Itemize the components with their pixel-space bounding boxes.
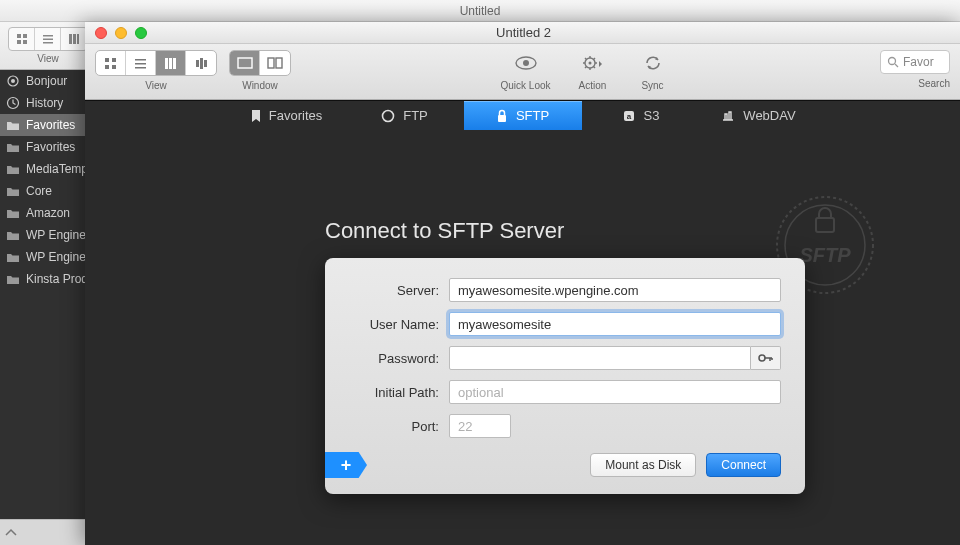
list-view-icon[interactable] bbox=[126, 51, 156, 75]
protocol-tabs: Favorites FTP SFTP aS3 WebDAV bbox=[85, 100, 960, 130]
minimize-window-button[interactable] bbox=[115, 27, 127, 39]
cube-icon: a bbox=[622, 109, 636, 123]
fg-toolbar: View Window Quick Look Action Sync bbox=[85, 44, 960, 100]
sidebar-item-label: History bbox=[26, 96, 63, 110]
sidebar-item-kinsta[interactable]: Kinsta Prod bbox=[0, 268, 85, 290]
svg-rect-24 bbox=[200, 58, 203, 69]
sync-label: Sync bbox=[641, 80, 663, 91]
tab-webdav[interactable]: WebDAV bbox=[700, 101, 818, 131]
content-area: SFTP Connect to SFTP Server Server: User… bbox=[85, 130, 960, 545]
svg-rect-18 bbox=[135, 63, 146, 65]
svg-point-11 bbox=[11, 79, 15, 83]
server-label: Server: bbox=[349, 283, 449, 298]
view-mode-group[interactable] bbox=[95, 50, 217, 76]
folder-icon bbox=[6, 229, 20, 241]
svg-line-42 bbox=[895, 64, 898, 67]
grid-view-icon[interactable] bbox=[96, 51, 126, 75]
sidebar-item-core[interactable]: Core bbox=[0, 180, 85, 202]
mount-as-disk-button[interactable]: Mount as Disk bbox=[590, 453, 696, 477]
sidebar-item-label: Amazon bbox=[26, 206, 70, 220]
tab-s3[interactable]: aS3 bbox=[582, 101, 700, 131]
svg-rect-28 bbox=[276, 58, 282, 68]
sidebar-item-mediatemp[interactable]: MediaTemp bbox=[0, 158, 85, 180]
svg-rect-44 bbox=[498, 115, 506, 122]
svg-rect-15 bbox=[105, 65, 109, 69]
chevron-up-icon[interactable] bbox=[4, 528, 18, 538]
initialpath-input[interactable] bbox=[449, 380, 781, 404]
action-button[interactable] bbox=[575, 50, 611, 76]
svg-text:SFTP: SFTP bbox=[799, 244, 851, 266]
window-toolbar-label: Window bbox=[242, 80, 278, 91]
window-mode-group[interactable] bbox=[229, 50, 291, 76]
svg-rect-26 bbox=[238, 58, 252, 68]
close-window-button[interactable] bbox=[95, 27, 107, 39]
sidebar-item-history[interactable]: History bbox=[0, 92, 85, 114]
svg-rect-5 bbox=[43, 39, 53, 41]
svg-point-32 bbox=[588, 62, 591, 65]
connection-form: Server: User Name: Password: Initial Pat… bbox=[325, 258, 805, 494]
sidebar-item-label: Core bbox=[26, 184, 52, 198]
sidebar-item-wpengine-2[interactable]: WP Engine bbox=[0, 246, 85, 268]
tab-sftp[interactable]: SFTP bbox=[464, 101, 582, 131]
quicklook-button[interactable] bbox=[508, 50, 544, 76]
folder-icon bbox=[6, 141, 20, 153]
column-view-icon[interactable] bbox=[156, 51, 186, 75]
folder-icon bbox=[6, 163, 20, 175]
page-heading: Connect to SFTP Server bbox=[325, 218, 564, 244]
server-input[interactable] bbox=[449, 278, 781, 302]
sidebar-item-label: Kinsta Prod bbox=[26, 272, 85, 286]
port-input[interactable] bbox=[449, 414, 511, 438]
svg-line-40 bbox=[593, 58, 595, 60]
svg-rect-8 bbox=[73, 34, 76, 44]
sidebar-item-favorites-2[interactable]: Favorites bbox=[0, 136, 85, 158]
sync-button[interactable] bbox=[635, 50, 671, 76]
svg-point-51 bbox=[759, 355, 765, 361]
tab-favorites[interactable]: Favorites bbox=[228, 101, 346, 131]
search-icon bbox=[887, 56, 899, 68]
list-view-icon[interactable] bbox=[35, 28, 61, 50]
sidebar-item-label: Bonjour bbox=[26, 74, 67, 88]
bonjour-icon bbox=[6, 74, 20, 88]
svg-rect-19 bbox=[135, 67, 146, 69]
svg-rect-49 bbox=[816, 218, 834, 232]
sidebar-item-wpengine[interactable]: WP Engine bbox=[0, 224, 85, 246]
sidebar-item-favorites[interactable]: Favorites bbox=[0, 114, 85, 136]
bg-sidebar: Bonjour History Favorites Favorites Medi… bbox=[0, 70, 85, 545]
connect-button[interactable]: Connect bbox=[706, 453, 781, 477]
svg-rect-17 bbox=[135, 59, 146, 61]
svg-rect-3 bbox=[23, 40, 27, 44]
svg-rect-1 bbox=[23, 34, 27, 38]
svg-rect-13 bbox=[105, 58, 109, 62]
zoom-window-button[interactable] bbox=[135, 27, 147, 39]
search-input[interactable]: Favor bbox=[880, 50, 950, 74]
folder-icon bbox=[6, 273, 20, 285]
lock-icon bbox=[496, 109, 508, 123]
grid-view-icon[interactable] bbox=[9, 28, 35, 50]
column-view-icon[interactable] bbox=[61, 28, 87, 50]
svg-rect-7 bbox=[69, 34, 72, 44]
initialpath-label: Initial Path: bbox=[349, 385, 449, 400]
folder-icon bbox=[6, 119, 20, 131]
username-input[interactable] bbox=[449, 312, 781, 336]
bg-view-mode-group[interactable] bbox=[8, 27, 88, 51]
svg-rect-2 bbox=[17, 40, 21, 44]
folder-icon bbox=[6, 185, 20, 197]
tab-ftp[interactable]: FTP bbox=[346, 101, 464, 131]
port-label: Port: bbox=[349, 419, 449, 434]
username-label: User Name: bbox=[349, 317, 449, 332]
svg-rect-21 bbox=[169, 58, 172, 69]
quicklook-label: Quick Look bbox=[500, 80, 550, 91]
sidebar-item-label: Favorites bbox=[26, 140, 75, 154]
single-pane-icon[interactable] bbox=[230, 51, 260, 75]
coverflow-view-icon[interactable] bbox=[186, 51, 216, 75]
sidebar-item-amazon[interactable]: Amazon bbox=[0, 202, 85, 224]
keychain-button[interactable] bbox=[751, 346, 781, 370]
sidebar-item-bonjour[interactable]: Bonjour bbox=[0, 70, 85, 92]
password-input[interactable] bbox=[449, 346, 751, 370]
svg-line-37 bbox=[585, 58, 587, 60]
svg-rect-22 bbox=[173, 58, 176, 69]
dual-pane-icon[interactable] bbox=[260, 51, 290, 75]
add-favorite-button[interactable]: + bbox=[325, 452, 367, 478]
view-toolbar-label: View bbox=[145, 80, 167, 91]
tab-label: FTP bbox=[403, 108, 428, 123]
